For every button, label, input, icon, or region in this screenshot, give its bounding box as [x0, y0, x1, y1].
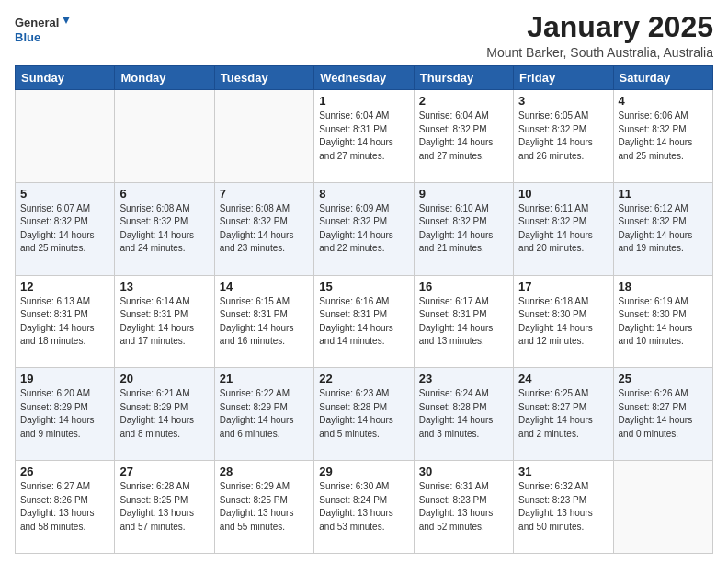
day-number: 13 — [119, 280, 209, 293]
day-number: 9 — [419, 187, 508, 201]
weekday-header-wednesday: Wednesday — [314, 66, 414, 90]
calendar-day-cell: 5Sunrise: 6:07 AM Sunset: 8:32 PM Daylig… — [16, 182, 115, 275]
day-number: 3 — [518, 94, 608, 108]
day-number: 5 — [20, 187, 109, 201]
page: General Blue January 2025 Mount Barker, … — [0, 0, 728, 563]
day-number: 24 — [518, 372, 608, 385]
calendar-day-cell: 27Sunrise: 6:28 AM Sunset: 8:25 PM Dayli… — [115, 461, 214, 554]
day-info: Sunrise: 6:21 AM Sunset: 8:29 PM Dayligh… — [119, 387, 209, 441]
day-number: 4 — [619, 94, 708, 108]
weekday-header-friday: Friday — [514, 66, 613, 90]
day-number: 19 — [20, 372, 109, 385]
header: General Blue January 2025 Mount Barker, … — [15, 11, 713, 60]
day-info: Sunrise: 6:27 AM Sunset: 8:26 PM Dayligh… — [20, 480, 109, 534]
day-number: 10 — [518, 187, 608, 201]
day-info: Sunrise: 6:09 AM Sunset: 8:32 PM Dayligh… — [319, 202, 408, 256]
calendar-day-cell — [214, 90, 313, 183]
calendar-day-cell: 6Sunrise: 6:08 AM Sunset: 8:32 PM Daylig… — [115, 182, 214, 275]
day-number: 12 — [20, 280, 109, 293]
calendar-week-row: 1Sunrise: 6:04 AM Sunset: 8:31 PM Daylig… — [16, 90, 713, 183]
day-info: Sunrise: 6:05 AM Sunset: 8:32 PM Dayligh… — [518, 109, 608, 163]
calendar-day-cell: 9Sunrise: 6:10 AM Sunset: 8:32 PM Daylig… — [414, 182, 513, 275]
day-number: 25 — [619, 372, 708, 385]
calendar-day-cell — [115, 90, 214, 183]
day-info: Sunrise: 6:13 AM Sunset: 8:31 PM Dayligh… — [20, 295, 109, 349]
day-number: 7 — [220, 187, 309, 201]
day-info: Sunrise: 6:12 AM Sunset: 8:32 PM Dayligh… — [619, 202, 708, 256]
day-info: Sunrise: 6:23 AM Sunset: 8:28 PM Dayligh… — [319, 387, 408, 441]
calendar-day-cell: 8Sunrise: 6:09 AM Sunset: 8:32 PM Daylig… — [314, 182, 414, 275]
weekday-header-thursday: Thursday — [414, 66, 513, 90]
weekday-header-row: SundayMondayTuesdayWednesdayThursdayFrid… — [16, 66, 713, 90]
day-info: Sunrise: 6:08 AM Sunset: 8:32 PM Dayligh… — [119, 202, 209, 256]
day-number: 14 — [220, 280, 309, 293]
day-number: 18 — [619, 280, 708, 293]
calendar-day-cell: 2Sunrise: 6:04 AM Sunset: 8:32 PM Daylig… — [414, 90, 513, 183]
day-info: Sunrise: 6:07 AM Sunset: 8:32 PM Dayligh… — [20, 202, 109, 256]
calendar-day-cell: 21Sunrise: 6:22 AM Sunset: 8:29 PM Dayli… — [214, 368, 313, 461]
logo: General Blue — [15, 11, 70, 48]
weekday-header-tuesday: Tuesday — [214, 66, 313, 90]
calendar-day-cell: 28Sunrise: 6:29 AM Sunset: 8:25 PM Dayli… — [214, 461, 313, 554]
calendar-day-cell: 4Sunrise: 6:06 AM Sunset: 8:32 PM Daylig… — [613, 90, 712, 183]
calendar-day-cell: 12Sunrise: 6:13 AM Sunset: 8:31 PM Dayli… — [16, 275, 115, 368]
calendar-day-cell: 23Sunrise: 6:24 AM Sunset: 8:28 PM Dayli… — [414, 368, 513, 461]
day-info: Sunrise: 6:10 AM Sunset: 8:32 PM Dayligh… — [419, 202, 508, 256]
weekday-header-monday: Monday — [115, 66, 214, 90]
calendar-day-cell: 15Sunrise: 6:16 AM Sunset: 8:31 PM Dayli… — [314, 275, 414, 368]
title-block: January 2025 Mount Barker, South Austral… — [486, 11, 713, 60]
day-number: 31 — [518, 465, 608, 478]
day-number: 16 — [419, 280, 508, 293]
day-info: Sunrise: 6:31 AM Sunset: 8:23 PM Dayligh… — [419, 480, 508, 534]
calendar-week-row: 5Sunrise: 6:07 AM Sunset: 8:32 PM Daylig… — [16, 182, 713, 275]
calendar-day-cell: 20Sunrise: 6:21 AM Sunset: 8:29 PM Dayli… — [115, 368, 214, 461]
day-info: Sunrise: 6:19 AM Sunset: 8:30 PM Dayligh… — [619, 295, 708, 349]
day-number: 6 — [119, 187, 209, 201]
calendar-day-cell: 24Sunrise: 6:25 AM Sunset: 8:27 PM Dayli… — [514, 368, 613, 461]
day-info: Sunrise: 6:16 AM Sunset: 8:31 PM Dayligh… — [319, 295, 408, 349]
day-number: 21 — [220, 372, 309, 385]
calendar-day-cell: 13Sunrise: 6:14 AM Sunset: 8:31 PM Dayli… — [115, 275, 214, 368]
calendar-day-cell: 19Sunrise: 6:20 AM Sunset: 8:29 PM Dayli… — [16, 368, 115, 461]
day-number: 1 — [319, 94, 408, 108]
calendar-day-cell: 17Sunrise: 6:18 AM Sunset: 8:30 PM Dayli… — [514, 275, 613, 368]
svg-marker-2 — [63, 17, 70, 24]
day-info: Sunrise: 6:15 AM Sunset: 8:31 PM Dayligh… — [220, 295, 309, 349]
day-info: Sunrise: 6:30 AM Sunset: 8:24 PM Dayligh… — [319, 480, 408, 534]
day-info: Sunrise: 6:25 AM Sunset: 8:27 PM Dayligh… — [518, 387, 608, 441]
day-number: 20 — [119, 372, 209, 385]
calendar-day-cell: 29Sunrise: 6:30 AM Sunset: 8:24 PM Dayli… — [314, 461, 414, 554]
calendar-day-cell: 10Sunrise: 6:11 AM Sunset: 8:32 PM Dayli… — [514, 182, 613, 275]
day-number: 22 — [319, 372, 408, 385]
calendar-day-cell: 16Sunrise: 6:17 AM Sunset: 8:31 PM Dayli… — [414, 275, 513, 368]
day-info: Sunrise: 6:17 AM Sunset: 8:31 PM Dayligh… — [419, 295, 508, 349]
calendar-day-cell: 22Sunrise: 6:23 AM Sunset: 8:28 PM Dayli… — [314, 368, 414, 461]
calendar-day-cell: 3Sunrise: 6:05 AM Sunset: 8:32 PM Daylig… — [514, 90, 613, 183]
calendar-day-cell — [16, 90, 115, 183]
day-number: 2 — [419, 94, 508, 108]
day-info: Sunrise: 6:08 AM Sunset: 8:32 PM Dayligh… — [220, 202, 309, 256]
day-number: 28 — [220, 465, 309, 478]
svg-text:Blue: Blue — [15, 30, 40, 44]
day-info: Sunrise: 6:26 AM Sunset: 8:27 PM Dayligh… — [619, 387, 708, 441]
calendar-day-cell: 14Sunrise: 6:15 AM Sunset: 8:31 PM Dayli… — [214, 275, 313, 368]
day-info: Sunrise: 6:29 AM Sunset: 8:25 PM Dayligh… — [220, 480, 309, 534]
calendar-week-row: 19Sunrise: 6:20 AM Sunset: 8:29 PM Dayli… — [16, 368, 713, 461]
calendar-day-cell: 7Sunrise: 6:08 AM Sunset: 8:32 PM Daylig… — [214, 182, 313, 275]
day-info: Sunrise: 6:14 AM Sunset: 8:31 PM Dayligh… — [119, 295, 209, 349]
svg-text:General: General — [15, 16, 59, 29]
calendar-week-row: 26Sunrise: 6:27 AM Sunset: 8:26 PM Dayli… — [16, 461, 713, 554]
month-title: January 2025 — [486, 11, 713, 43]
calendar-day-cell: 1Sunrise: 6:04 AM Sunset: 8:31 PM Daylig… — [314, 90, 414, 183]
location: Mount Barker, South Australia, Australia — [486, 45, 713, 60]
calendar-day-cell: 25Sunrise: 6:26 AM Sunset: 8:27 PM Dayli… — [613, 368, 712, 461]
day-number: 29 — [319, 465, 408, 478]
day-info: Sunrise: 6:22 AM Sunset: 8:29 PM Dayligh… — [220, 387, 309, 441]
calendar-day-cell: 18Sunrise: 6:19 AM Sunset: 8:30 PM Dayli… — [613, 275, 712, 368]
day-number: 8 — [319, 187, 408, 201]
day-info: Sunrise: 6:18 AM Sunset: 8:30 PM Dayligh… — [518, 295, 608, 349]
day-number: 27 — [119, 465, 209, 478]
logo-svg: General Blue — [15, 11, 70, 48]
calendar-day-cell: 30Sunrise: 6:31 AM Sunset: 8:23 PM Dayli… — [414, 461, 513, 554]
day-info: Sunrise: 6:24 AM Sunset: 8:28 PM Dayligh… — [419, 387, 508, 441]
